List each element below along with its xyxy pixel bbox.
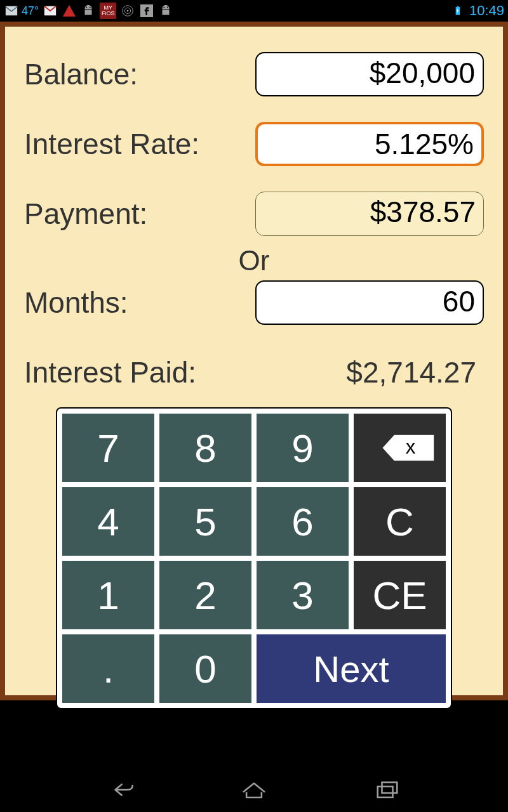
app-surface: Balance: $20,000 Interest Rate: 5.125% P… xyxy=(5,27,503,695)
key-1[interactable]: 1 xyxy=(62,561,154,629)
svg-point-7 xyxy=(164,7,165,8)
key-3[interactable]: 3 xyxy=(257,561,349,629)
key-4[interactable]: 4 xyxy=(62,487,154,556)
rate-row: Interest Rate: 5.125% xyxy=(24,109,484,179)
key-next[interactable]: Next xyxy=(257,634,446,703)
key-clear[interactable]: C xyxy=(354,487,446,556)
interest-paid-value: $2,714.27 xyxy=(254,355,484,390)
gmail-icon xyxy=(43,3,58,18)
navigation-bar xyxy=(0,768,508,812)
rate-input[interactable]: 5.125% xyxy=(255,122,484,166)
temperature-text: 47° xyxy=(22,4,39,18)
keypad-container: 7 8 9 x 4 5 6 C 1 2 3 CE . 0 Next xyxy=(56,407,452,709)
svg-point-1 xyxy=(86,7,88,8)
balance-row: Balance: $20,000 xyxy=(24,39,484,109)
mail-icon xyxy=(4,3,19,18)
payment-input[interactable]: $378.57 xyxy=(255,192,484,236)
status-bar-right: 10:49 xyxy=(450,3,504,19)
key-7[interactable]: 7 xyxy=(62,414,154,482)
svg-point-5 xyxy=(127,10,129,12)
clock-text: 10:49 xyxy=(469,3,504,19)
svg-point-2 xyxy=(90,7,91,8)
app-frame: Balance: $20,000 Interest Rate: 5.125% P… xyxy=(0,22,508,700)
or-label: Or xyxy=(24,245,484,274)
nav-home-button[interactable] xyxy=(235,777,273,802)
payment-label: Payment: xyxy=(24,197,254,231)
months-input[interactable]: 60 xyxy=(255,280,484,325)
key-9[interactable]: 9 xyxy=(257,414,349,482)
target-icon xyxy=(120,3,135,18)
key-dot[interactable]: . xyxy=(62,634,154,703)
android2-icon xyxy=(158,3,173,18)
balance-label: Balance: xyxy=(24,57,254,91)
interest-paid-label: Interest Paid: xyxy=(24,355,254,390)
months-row: Months: 60 xyxy=(24,274,484,331)
svg-rect-10 xyxy=(457,6,459,7)
key-backspace[interactable]: x xyxy=(354,414,446,482)
keypad: 7 8 9 x 4 5 6 C 1 2 3 CE . 0 Next xyxy=(56,407,452,709)
backspace-x-icon: x xyxy=(405,436,415,458)
facebook-icon xyxy=(139,3,154,18)
svg-point-8 xyxy=(167,7,168,8)
fios-icon: MY FiOS xyxy=(100,3,116,19)
android-icon xyxy=(81,3,96,18)
svg-rect-11 xyxy=(378,787,393,797)
battery-charging-icon xyxy=(450,3,465,18)
form-area: Balance: $20,000 Interest Rate: 5.125% P… xyxy=(5,27,503,407)
warning-icon xyxy=(62,3,77,18)
rate-label: Interest Rate: xyxy=(24,127,254,161)
nav-back-button[interactable] xyxy=(102,777,140,802)
payment-row: Payment: $378.57 xyxy=(24,179,484,249)
interest-paid-row: Interest Paid: $2,714.27 xyxy=(24,337,484,407)
status-bar-left: 47° MY FiOS xyxy=(4,3,173,19)
nav-recent-button[interactable] xyxy=(368,777,406,802)
balance-input[interactable]: $20,000 xyxy=(255,52,484,96)
key-6[interactable]: 6 xyxy=(257,487,349,556)
status-bar: 47° MY FiOS 10:49 xyxy=(0,0,508,22)
key-8[interactable]: 8 xyxy=(159,414,251,482)
key-5[interactable]: 5 xyxy=(159,487,251,556)
key-2[interactable]: 2 xyxy=(159,561,251,629)
months-label: Months: xyxy=(24,285,254,320)
key-clear-entry[interactable]: CE xyxy=(354,561,446,629)
key-0[interactable]: 0 xyxy=(159,634,251,703)
svg-rect-12 xyxy=(382,782,398,793)
